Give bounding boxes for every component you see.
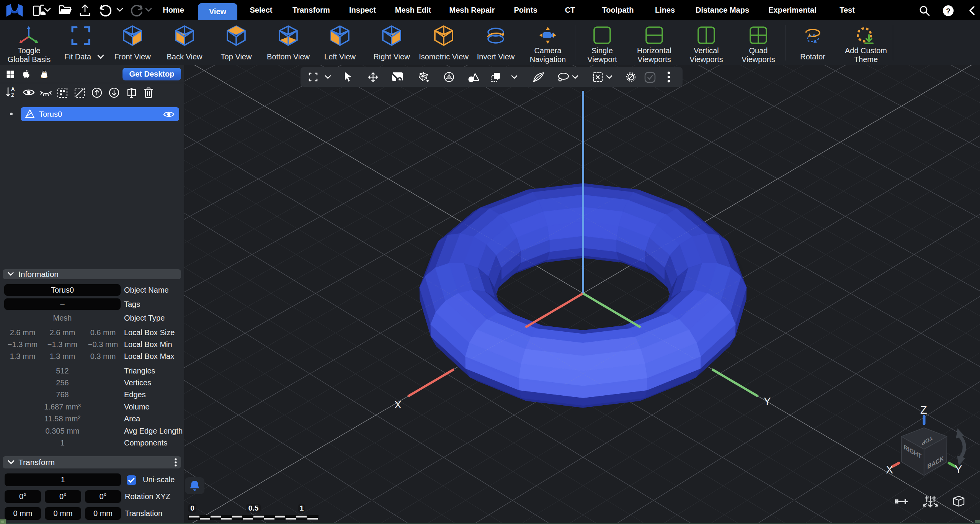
svg-text:A: A	[11, 87, 15, 92]
svg-text:Z: Z	[11, 92, 14, 98]
svg-text:?: ?	[946, 7, 951, 15]
svg-text:X: X	[886, 463, 893, 476]
svg-text:Z: Z	[920, 404, 927, 416]
svg-text:Y: Y	[955, 463, 962, 475]
